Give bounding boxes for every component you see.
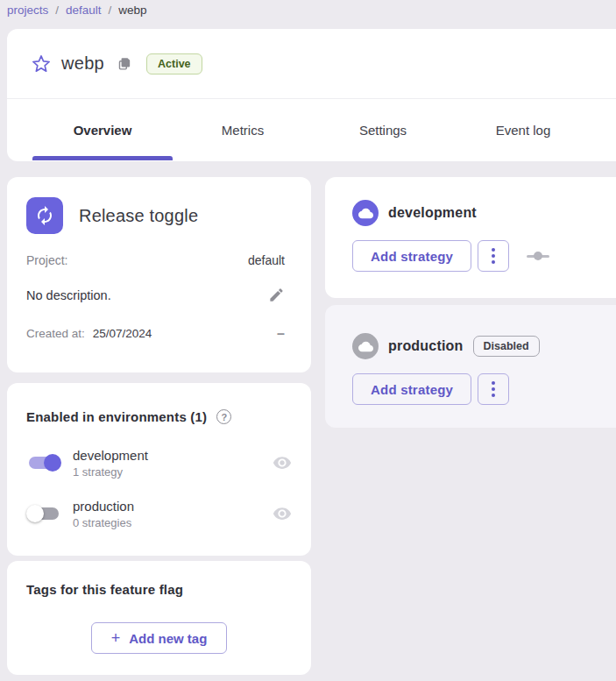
environment-strategy-count: 1 strategy (73, 465, 148, 479)
tags-button-row: + Add new tag (26, 622, 292, 654)
created-group: Created at: 25/07/2024 (26, 327, 152, 340)
favorite-star-icon[interactable] (32, 54, 51, 74)
environments-heading: Enabled in environments (1) ? (26, 383, 292, 424)
kebab-dot (492, 387, 495, 391)
development-toggle[interactable] (26, 452, 61, 473)
tab-event-log[interactable]: Event log (453, 99, 593, 160)
created-row: Created at: 25/07/2024 – (26, 327, 285, 340)
breadcrumb-default-link[interactable]: default (66, 4, 102, 17)
environment-name: production (73, 499, 134, 514)
environment-row-production: production 0 strategies (26, 496, 292, 531)
indicator-knob (534, 252, 542, 260)
add-strategy-button[interactable]: Add strategy (352, 373, 471, 405)
strategy-drag-indicator-icon (527, 252, 549, 260)
breadcrumb-current: webp (118, 4, 146, 17)
feature-title-row: webp Active (7, 29, 616, 99)
production-cloud-icon (352, 333, 379, 359)
environment-strategy-count: 0 strategies (73, 516, 134, 529)
environment-labels: production 0 strategies (73, 499, 134, 529)
kebab-menu-button[interactable] (478, 373, 509, 405)
breadcrumb-projects-link[interactable]: projects (7, 4, 48, 17)
add-strategy-button[interactable]: Add strategy (352, 240, 471, 272)
add-new-tag-label: Add new tag (129, 631, 207, 646)
enabled-environments-card: Enabled in environments (1) ? developmen… (7, 383, 311, 556)
breadcrumb: projects / default / webp (7, 0, 147, 19)
environment-row-development: development 1 strategy (26, 445, 292, 480)
tags-title: Tags for this feature flag (26, 561, 292, 597)
production-panel-header: production Disabled (352, 305, 616, 359)
description-text: No description. (26, 288, 111, 302)
environment-name: development (73, 448, 148, 463)
project-value: default (248, 253, 285, 267)
project-label: Project: (26, 253, 67, 267)
feature-flag-page: projects / default / webp webp Active Ov… (0, 0, 616, 681)
kebab-dot (492, 394, 495, 397)
help-icon[interactable]: ? (216, 409, 231, 424)
kebab-dot (492, 254, 495, 258)
disabled-badge: Disabled (473, 336, 540, 357)
plus-icon: + (111, 629, 121, 648)
kebab-dot (492, 248, 495, 252)
toggle-thumb (44, 454, 61, 472)
breadcrumb-separator: / (55, 4, 59, 17)
description-row: No description. (26, 287, 285, 303)
created-label: Created at: (26, 327, 85, 340)
visibility-eye-icon[interactable] (273, 453, 292, 472)
page-title: webp (61, 53, 104, 74)
release-toggle-icon (26, 197, 63, 234)
environment-labels: development 1 strategy (73, 448, 148, 479)
flag-type-label: Release toggle (79, 206, 198, 226)
flag-details-card: Release toggle Project: default No descr… (7, 177, 311, 372)
feature-header-card: webp Active Overview Metrics Settings Ev… (7, 29, 616, 161)
tags-card: Tags for this feature flag + Add new tag (7, 561, 311, 675)
created-value: 25/07/2024 (93, 327, 152, 340)
left-column: Release toggle Project: default No descr… (7, 177, 311, 675)
tab-bar: Overview Metrics Settings Event log (7, 99, 616, 160)
tab-overview[interactable]: Overview (32, 99, 173, 160)
edit-description-pencil-icon[interactable] (268, 287, 285, 303)
tab-settings[interactable]: Settings (313, 99, 453, 160)
production-panel-actions: Add strategy (352, 373, 616, 405)
kebab-dot (492, 260, 495, 264)
development-panel-title: development (388, 205, 477, 221)
development-panel-actions: Add strategy (352, 240, 616, 272)
production-toggle[interactable] (26, 503, 61, 524)
development-panel-header: development (352, 177, 616, 226)
kebab-dot (492, 381, 495, 385)
production-panel-title: production (388, 338, 464, 354)
development-cloud-icon (352, 200, 379, 226)
add-new-tag-button[interactable]: + Add new tag (91, 622, 228, 654)
collapse-dash-icon[interactable]: – (277, 330, 285, 338)
tab-metrics[interactable]: Metrics (173, 99, 313, 160)
copy-name-icon[interactable] (117, 56, 132, 71)
development-environment-panel: development Add strategy (325, 177, 616, 298)
production-environment-panel: production Disabled Add strategy (325, 305, 616, 428)
flag-type-row: Release toggle (26, 177, 285, 234)
kebab-menu-button[interactable] (478, 240, 509, 272)
environments-title: Enabled in environments (1) (26, 409, 207, 424)
project-row: Project: default (26, 253, 285, 267)
visibility-eye-icon[interactable] (273, 504, 292, 523)
toggle-thumb (26, 505, 44, 522)
status-badge: Active (146, 53, 202, 74)
right-column: development Add strategy (325, 177, 616, 428)
breadcrumb-separator: / (109, 4, 112, 17)
